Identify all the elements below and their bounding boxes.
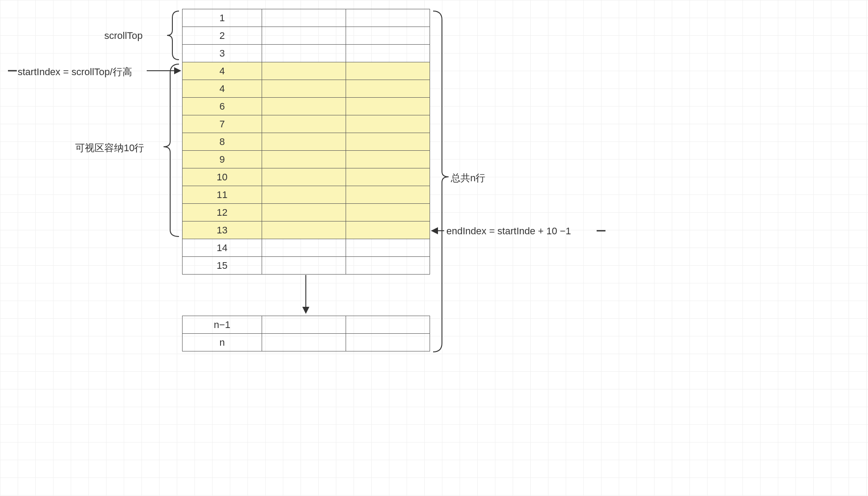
- row-cell: [346, 221, 430, 239]
- row-cell: [346, 45, 430, 62]
- table-row: 13: [183, 221, 430, 239]
- row-number: 15: [183, 257, 262, 275]
- table-row: 4: [183, 80, 430, 98]
- row-cell: [262, 98, 346, 115]
- svg-marker-3: [431, 227, 438, 234]
- row-cell: [346, 168, 430, 186]
- main-table: 123446789101112131415: [182, 9, 430, 275]
- table-row: 8: [183, 133, 430, 151]
- table-row: 15: [183, 257, 430, 275]
- row-number: 14: [183, 239, 262, 257]
- row-number: 8: [183, 133, 262, 151]
- row-cell: [346, 257, 430, 275]
- row-number: 2: [183, 27, 262, 45]
- table-row: 12: [183, 204, 430, 221]
- row-cell: [346, 80, 430, 98]
- label-scrolltop: scrollTop: [104, 30, 143, 42]
- label-endindex: endIndex = startInde + 10 −1: [446, 225, 571, 237]
- row-cell: [262, 62, 346, 80]
- row-number: 11: [183, 186, 262, 204]
- row-cell: [346, 9, 430, 27]
- table-row: 11: [183, 186, 430, 204]
- row-cell: [346, 133, 430, 151]
- table-row: n: [183, 334, 430, 351]
- row-cell: [346, 62, 430, 80]
- row-cell: [262, 257, 346, 275]
- label-visible: 可视区容纳10行: [75, 141, 144, 155]
- row-number: 10: [183, 168, 262, 186]
- table-row: 1: [183, 9, 430, 27]
- brace-scrolltop: [167, 11, 179, 60]
- table-row: 9: [183, 151, 430, 168]
- table-row: 6: [183, 98, 430, 115]
- row-number: n: [183, 334, 262, 351]
- row-cell: [262, 186, 346, 204]
- table-row: 3: [183, 45, 430, 62]
- row-cell: [262, 204, 346, 221]
- row-cell: [346, 98, 430, 115]
- row-number: 13: [183, 221, 262, 239]
- table-row: 14: [183, 239, 430, 257]
- row-number: 4: [183, 80, 262, 98]
- row-cell: [262, 239, 346, 257]
- row-cell: [346, 151, 430, 168]
- row-number: 6: [183, 98, 262, 115]
- row-cell: [346, 316, 430, 334]
- row-cell: [346, 186, 430, 204]
- table-row: 7: [183, 115, 430, 133]
- label-totalrows: 总共n行: [451, 172, 485, 185]
- row-cell: [262, 316, 346, 334]
- svg-marker-1: [174, 67, 181, 74]
- row-number: 3: [183, 45, 262, 62]
- row-cell: [262, 27, 346, 45]
- table-row: 4: [183, 62, 430, 80]
- row-number: 7: [183, 115, 262, 133]
- svg-marker-5: [302, 307, 309, 314]
- row-number: 12: [183, 204, 262, 221]
- row-cell: [262, 151, 346, 168]
- row-cell: [262, 9, 346, 27]
- row-number: 1: [183, 9, 262, 27]
- table-row: n−1: [183, 316, 430, 334]
- row-cell: [346, 115, 430, 133]
- row-cell: [346, 204, 430, 221]
- row-cell: [262, 168, 346, 186]
- row-cell: [262, 133, 346, 151]
- row-cell: [262, 115, 346, 133]
- row-number: 4: [183, 62, 262, 80]
- arrow-continuation: [302, 275, 309, 314]
- row-cell: [262, 334, 346, 351]
- footer-table: n−1n: [182, 316, 430, 351]
- arrow-endindex: [431, 227, 444, 234]
- table-row: 10: [183, 168, 430, 186]
- table-row: 2: [183, 27, 430, 45]
- row-cell: [346, 334, 430, 351]
- brace-total: [433, 11, 449, 352]
- row-number: 9: [183, 151, 262, 168]
- row-cell: [262, 221, 346, 239]
- row-cell: [262, 45, 346, 62]
- brace-visible: [164, 64, 179, 237]
- row-number: n−1: [183, 316, 262, 334]
- label-startindex: startIndex = scrollTop/行高: [18, 65, 132, 79]
- arrow-startindex: [147, 67, 181, 74]
- row-cell: [262, 80, 346, 98]
- row-cell: [346, 239, 430, 257]
- row-cell: [346, 27, 430, 45]
